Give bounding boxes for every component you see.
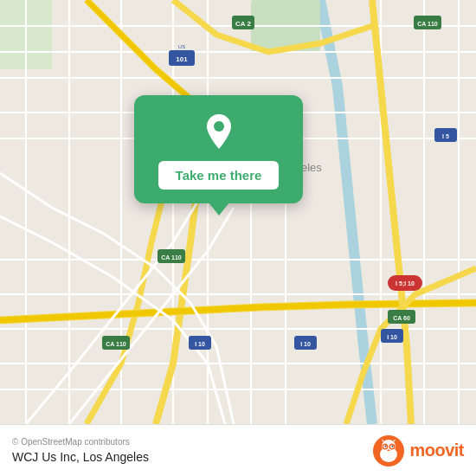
map-background: 101 US CA 2 CA 110 CA 110 I 10 I 10 I 10… — [0, 0, 476, 424]
svg-text:eles: eles — [301, 161, 322, 174]
moovit-owl-icon — [373, 435, 404, 466]
location-pin-icon — [198, 111, 240, 152]
location-popup: Take me there — [134, 95, 303, 203]
svg-text:101: 101 — [176, 55, 188, 63]
svg-text:CA 110: CA 110 — [417, 21, 438, 27]
map-container: 101 US CA 2 CA 110 CA 110 I 10 I 10 I 10… — [0, 0, 476, 424]
svg-point-49 — [214, 121, 224, 132]
bottom-left-info: © OpenStreetMap contributors WCJ Us Inc,… — [12, 437, 149, 464]
svg-text:US: US — [178, 44, 185, 49]
svg-text:I 10: I 10 — [195, 341, 205, 347]
svg-point-58 — [392, 445, 394, 447]
attribution-text: © OpenStreetMap contributors — [12, 437, 149, 447]
svg-text:CA 110: CA 110 — [106, 341, 126, 347]
bottom-bar: © OpenStreetMap contributors WCJ Us Inc,… — [0, 424, 476, 476]
take-me-there-button[interactable]: Take me there — [158, 161, 280, 190]
location-label: WCJ Us Inc, Los Angeles — [12, 450, 149, 464]
svg-text:CA 2: CA 2 — [235, 20, 251, 28]
svg-text:I 5: I 5 — [442, 133, 449, 139]
svg-text:CA 110: CA 110 — [161, 254, 182, 261]
svg-text:I 5;I 10: I 5;I 10 — [396, 280, 415, 287]
moovit-brand-text: moovit — [409, 441, 464, 460]
svg-text:I 10: I 10 — [387, 334, 397, 340]
svg-point-57 — [385, 445, 387, 447]
svg-text:CA 60: CA 60 — [393, 315, 410, 321]
svg-text:I 10: I 10 — [300, 341, 311, 347]
moovit-logo: moovit — [373, 435, 464, 466]
